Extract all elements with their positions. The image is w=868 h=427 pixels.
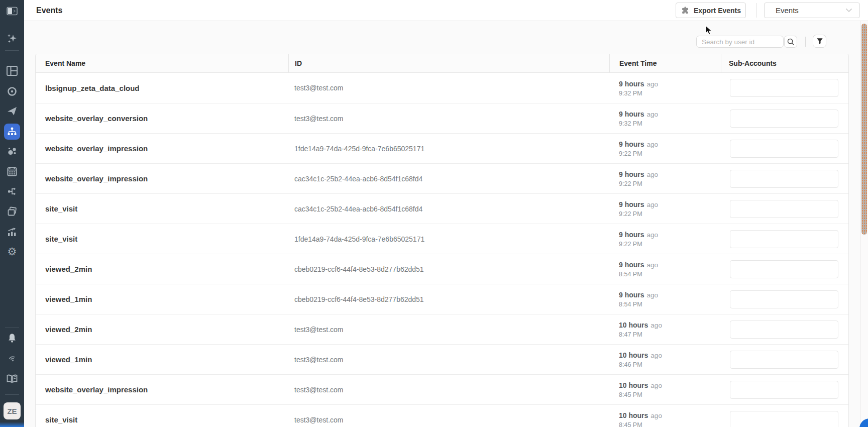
search-button[interactable] [784, 36, 797, 48]
absolute-time: 9:22 PM [619, 210, 721, 218]
boards-icon[interactable] [0, 64, 24, 78]
export-events-label: Export Events [694, 7, 741, 15]
event-name-cell: site_visit [36, 204, 288, 213]
event-time-cell: 9 hoursago 9:32 PM [609, 79, 721, 97]
absolute-time: 9:32 PM [619, 90, 721, 97]
event-time-cell: 10 hoursago 8:47 PM [609, 321, 721, 338]
sub-accounts-cell [721, 230, 848, 248]
relative-time: 10 hours [619, 381, 648, 389]
table-row[interactable]: site_visit 1fde14a9-74da-425d-9fca-7e6b6… [36, 224, 848, 254]
relative-time: 9 hours [619, 231, 644, 239]
event-time-cell: 9 hoursago 9:32 PM [609, 110, 721, 127]
event-time-cell: 10 hoursago 8:45 PM [609, 411, 721, 427]
signal-icon[interactable] [0, 351, 24, 365]
branch-icon[interactable] [0, 184, 24, 198]
filter-icon [816, 38, 823, 45]
sub-accounts-cell [721, 290, 848, 308]
gear-icon[interactable]: ⚙ [0, 245, 24, 259]
book-icon[interactable] [0, 372, 24, 386]
event-time-cell: 10 hoursago 8:45 PM [609, 381, 721, 398]
relative-time: 9 hours [619, 200, 644, 208]
filter-button[interactable] [813, 35, 826, 48]
absolute-time: 9:22 PM [619, 150, 721, 157]
sidebar-divider [5, 394, 19, 395]
table-row[interactable]: viewed_1min cbeb0219-ccf6-44f4-8e53-8d27… [36, 284, 848, 314]
event-id-cell: cbeb0219-ccf6-44f4-8e53-8d277b62dd51 [288, 265, 609, 273]
calendar-icon[interactable] [0, 164, 24, 178]
sub-account-box [730, 290, 838, 308]
relative-time: 9 hours [619, 110, 644, 118]
avatar-initials: ZE [7, 407, 17, 415]
event-id-cell: cac34c1c-25b2-44ea-acb6-8d54f1c68fd4 [288, 205, 609, 213]
event-id-cell: 1fde14a9-74da-425d-9fca-7e6b65025171 [288, 145, 609, 153]
table-row[interactable]: website_overlay_impression test3@test.co… [36, 374, 848, 404]
bubbles-icon[interactable] [0, 144, 24, 158]
ago-label: ago [650, 322, 662, 329]
event-id-cell: test3@test.com [288, 84, 609, 92]
sub-accounts-cell [721, 200, 848, 218]
event-id-cell: cbeb0219-ccf6-44f4-8e53-8d277b62dd51 [288, 295, 609, 303]
event-id-cell: 1fde14a9-74da-425d-9fca-7e6b65025171 [288, 235, 609, 243]
events-table: Event Name ID Event Time Sub-Accounts lb… [35, 54, 849, 427]
event-name-cell: website_overlay_impression [36, 385, 288, 394]
absolute-time: 8:54 PM [619, 301, 721, 308]
chart-growth-icon[interactable] [0, 225, 24, 239]
search-input[interactable] [696, 36, 784, 48]
table-row[interactable]: website_overlay_impression 1fde14a9-74da… [36, 133, 848, 163]
relative-time: 9 hours [619, 261, 644, 269]
relative-time: 9 hours [619, 80, 644, 88]
absolute-time: 8:54 PM [619, 271, 721, 278]
layers-icon[interactable] [0, 204, 24, 219]
ago-label: ago [647, 111, 659, 118]
event-time-cell: 9 hoursago 9:22 PM [609, 140, 721, 157]
relative-time: 10 hours [619, 351, 648, 359]
view-selector-dropdown[interactable]: Events [764, 3, 860, 18]
sub-account-box [730, 79, 838, 97]
table-row[interactable]: lbsignup_zeta_data_cloud test3@test.com … [36, 73, 848, 103]
table-header-row: Event Name ID Event Time Sub-Accounts [36, 54, 848, 73]
sitemap-icon [7, 126, 18, 137]
table-row[interactable]: viewed_2min cbeb0219-ccf6-44f4-8e53-8d27… [36, 254, 848, 284]
ago-label: ago [650, 382, 662, 389]
bell-icon[interactable] [0, 331, 24, 345]
scrollbar-thumb[interactable] [861, 24, 867, 235]
top-header: Events Export Events Events [24, 0, 868, 21]
table-row[interactable]: site_visit cac34c1c-25b2-44ea-acb6-8d54f… [36, 193, 848, 224]
sidebar-item-events-active[interactable] [4, 124, 20, 140]
avatar[interactable]: ZE [4, 402, 21, 419]
sub-accounts-cell [721, 351, 848, 369]
sub-accounts-cell [721, 170, 848, 188]
ago-label: ago [647, 231, 659, 239]
scrollbar-track[interactable] [860, 21, 868, 427]
table-row[interactable]: viewed_2min test3@test.com 10 hoursago 8… [36, 314, 848, 344]
table-row[interactable]: viewed_1min test3@test.com 10 hoursago 8… [36, 344, 848, 374]
sparkles-icon[interactable] [0, 32, 24, 46]
ago-label: ago [647, 261, 659, 269]
column-header-event-time[interactable]: Event Time [609, 54, 721, 72]
puzzle-icon [681, 6, 690, 15]
send-icon[interactable] [0, 104, 24, 118]
event-name-cell: viewed_2min [36, 265, 288, 273]
panel-toggle-icon[interactable] [0, 4, 24, 18]
absolute-time: 9:22 PM [619, 180, 721, 187]
event-name-cell: viewed_1min [36, 295, 288, 303]
absolute-time: 8:45 PM [619, 391, 721, 398]
sub-accounts-cell [721, 411, 848, 427]
sub-accounts-cell [721, 140, 848, 158]
event-id-cell: test3@test.com [288, 115, 609, 123]
table-row[interactable]: website_overlay_impression cac34c1c-25b2… [36, 163, 848, 193]
event-id-cell: test3@test.com [288, 416, 609, 424]
export-events-button[interactable]: Export Events [676, 3, 746, 18]
table-row[interactable]: site_visit test3@test.com 10 hoursago 8:… [36, 404, 848, 427]
table-row[interactable]: website_overlay_conversion test3@test.co… [36, 103, 848, 133]
column-header-id[interactable]: ID [288, 54, 609, 72]
event-name-cell: site_visit [36, 415, 288, 424]
column-header-event-name[interactable]: Event Name [36, 54, 288, 72]
toolbar-divider [805, 37, 806, 47]
target-icon[interactable] [0, 84, 24, 98]
relative-time: 10 hours [619, 321, 648, 329]
column-header-sub-accounts[interactable]: Sub-Accounts [721, 54, 848, 72]
event-id-cell: test3@test.com [288, 386, 609, 394]
event-name-cell: viewed_1min [36, 355, 288, 364]
event-time-cell: 9 hoursago 8:54 PM [609, 260, 721, 278]
